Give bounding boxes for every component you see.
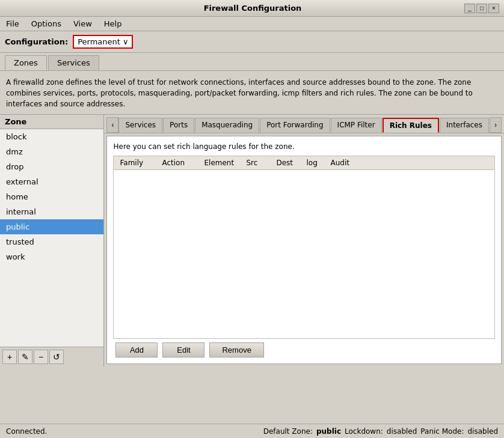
top-tabs: Zones Services xyxy=(0,53,504,71)
menu-help[interactable]: Help xyxy=(100,18,126,29)
zone-item-dmz[interactable]: dmz xyxy=(0,144,103,159)
zone-description: A firewalld zone defines the level of tr… xyxy=(0,71,504,114)
zone-item-drop[interactable]: drop xyxy=(0,159,103,174)
htab-rich-rules[interactable]: Rich Rules xyxy=(383,118,439,133)
htabs-next-button[interactable]: › xyxy=(490,117,502,133)
right-panel: ‹ Services Ports Masquerading Port Forwa… xyxy=(104,115,504,367)
config-dropdown[interactable]: Permanent ∨ xyxy=(73,35,133,49)
col-src: Src xyxy=(242,159,272,167)
rich-rules-content: Here you can set rich language rules for… xyxy=(106,136,502,364)
col-log: log xyxy=(303,159,327,167)
htab-services[interactable]: Services xyxy=(118,118,162,133)
col-element: Element xyxy=(200,159,242,167)
reload-zone-button[interactable]: ↺ xyxy=(49,350,64,364)
menu-file[interactable]: File xyxy=(2,18,23,29)
close-button[interactable]: × xyxy=(488,4,499,13)
remove-zone-button[interactable]: − xyxy=(34,350,48,364)
minimize-button[interactable]: _ xyxy=(464,4,475,13)
status-bar: Connected. Default Zone: public Lockdown… xyxy=(0,424,504,438)
htab-interfaces[interactable]: Interfaces xyxy=(440,118,489,133)
zone-item-block[interactable]: block xyxy=(0,129,103,144)
window-controls[interactable]: _ □ × xyxy=(464,4,499,13)
lockdown-value: disabled xyxy=(387,427,417,436)
zone-item-public[interactable]: public xyxy=(0,219,103,234)
maximize-button[interactable]: □ xyxy=(476,4,487,13)
zone-toolbar: + ✎ − ↺ xyxy=(0,347,103,367)
config-bar: Configuration: Permanent ∨ xyxy=(0,31,504,53)
htab-masquerading[interactable]: Masquerading xyxy=(195,118,259,133)
default-zone-value: public xyxy=(316,427,341,436)
col-action: Action xyxy=(158,159,200,167)
panic-mode-label: Panic Mode: xyxy=(420,427,464,436)
menu-view[interactable]: View xyxy=(70,18,96,29)
zone-item-work[interactable]: work xyxy=(0,249,103,264)
config-value: Permanent xyxy=(78,37,120,46)
zone-item-home[interactable]: home xyxy=(0,189,103,204)
dropdown-arrow: ∨ xyxy=(123,37,129,46)
menu-bar: File Options View Help xyxy=(0,17,504,31)
edit-zone-button[interactable]: ✎ xyxy=(18,350,32,364)
add-zone-button[interactable]: + xyxy=(2,350,17,364)
htab-icmp-filter[interactable]: ICMP Filter xyxy=(331,118,382,133)
zone-list: block dmz drop external home internal pu… xyxy=(0,129,103,347)
action-buttons: Add Edit Remove xyxy=(113,339,495,357)
edit-rule-button[interactable]: Edit xyxy=(162,342,204,357)
default-zone-label: Default Zone: xyxy=(263,427,313,436)
rich-rules-description: Here you can set rich language rules for… xyxy=(113,142,495,151)
status-info: Default Zone: public Lockdown: disabled … xyxy=(263,427,498,436)
config-label: Configuration: xyxy=(5,37,68,46)
rules-table: Family Action Element Src Dest log Audit xyxy=(113,156,495,339)
htab-port-forwarding[interactable]: Port Forwarding xyxy=(260,118,330,133)
col-audit: Audit xyxy=(327,159,357,167)
htabs-row: ‹ Services Ports Masquerading Port Forwa… xyxy=(104,115,504,133)
col-dest: Dest xyxy=(272,159,303,167)
zone-content-area: Zone block dmz drop external home intern… xyxy=(0,114,504,367)
htabs: Services Ports Masquerading Port Forward… xyxy=(118,118,490,133)
window-title: Firewall Configuration xyxy=(41,4,464,13)
zone-panel: Zone block dmz drop external home intern… xyxy=(0,115,104,367)
remove-rule-button[interactable]: Remove xyxy=(209,342,263,357)
menu-options[interactable]: Options xyxy=(28,18,65,29)
tab-services-top[interactable]: Services xyxy=(48,55,99,70)
htab-ports[interactable]: Ports xyxy=(163,118,194,133)
zone-panel-header: Zone xyxy=(0,115,103,129)
zone-item-internal[interactable]: internal xyxy=(0,204,103,219)
status-connected: Connected. xyxy=(6,427,47,436)
tab-zones[interactable]: Zones xyxy=(5,55,47,70)
add-rule-button[interactable]: Add xyxy=(115,342,158,357)
title-bar: Firewall Configuration _ □ × xyxy=(0,0,504,17)
zone-item-external[interactable]: external xyxy=(0,174,103,189)
htabs-prev-button[interactable]: ‹ xyxy=(106,117,118,133)
panic-mode-value: disabled xyxy=(467,427,498,436)
rules-table-header: Family Action Element Src Dest log Audit xyxy=(114,156,494,170)
zone-item-trusted[interactable]: trusted xyxy=(0,234,103,249)
lockdown-label: Lockdown: xyxy=(345,427,383,436)
col-family: Family xyxy=(116,159,158,167)
